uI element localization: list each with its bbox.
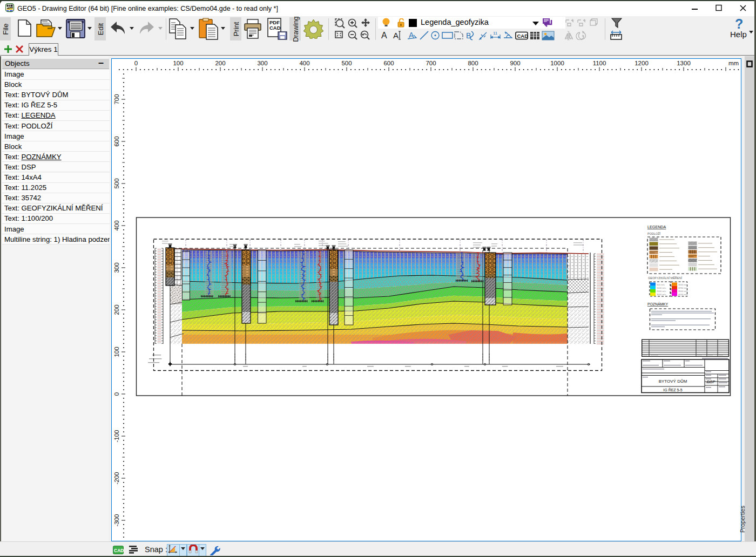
svg-text:3000 m/s: 3000 m/s [678, 283, 687, 286]
svg-text:400: 400 [299, 60, 309, 66]
svg-text:4000 m/s: 4000 m/s [678, 293, 687, 296]
svg-text:500: 500 [113, 178, 120, 188]
svg-text:CAD: CAD [517, 33, 529, 39]
svg-text:100: 100 [113, 347, 120, 357]
svg-text:600: 600 [113, 136, 120, 146]
svg-text:800: 800 [468, 60, 478, 66]
svg-text:700: 700 [113, 94, 120, 104]
svg-text:-100: -100 [113, 430, 120, 442]
svg-text:200: 200 [113, 304, 120, 315]
svg-text:100: 100 [173, 60, 183, 66]
svg-text:PODLOŽÍ: PODLOŽÍ [647, 232, 661, 235]
svg-text:BYTOVÝ DŮM: BYTOVÝ DŮM [659, 379, 687, 384]
svg-text:IG ŘEZ 5-5: IG ŘEZ 5-5 [663, 388, 683, 392]
svg-text:A: A [393, 31, 399, 40]
svg-text:2000 m/s: 2000 m/s [657, 290, 666, 293]
svg-text:CAD: CAD [269, 25, 281, 31]
svg-text:-300: -300 [113, 514, 120, 526]
svg-text:600: 600 [383, 60, 394, 66]
svg-text:300: 300 [257, 60, 267, 66]
svg-text:A: A [381, 31, 387, 40]
svg-text:0: 0 [113, 392, 120, 396]
svg-text:700: 700 [426, 60, 436, 66]
svg-text:500: 500 [341, 60, 352, 66]
svg-text:LEGENDA: LEGENDA [647, 225, 666, 229]
svg-text:POZNÁMKY: POZNÁMKY [647, 302, 669, 306]
svg-text:11: 11 [493, 31, 498, 36]
svg-text:CAD: CAD [114, 548, 124, 553]
svg-text:200: 200 [215, 60, 225, 66]
svg-text:DSP: DSP [707, 379, 715, 384]
svg-text:1000 m/s: 1000 m/s [657, 287, 666, 289]
svg-text:GEOFYZIKÁLNÍ MĚŘENÍ: GEOFYZIKÁLNÍ MĚŘENÍ [648, 276, 682, 280]
svg-text:400: 400 [113, 220, 120, 230]
svg-text:mm: mm [728, 60, 739, 66]
svg-text:300: 300 [113, 262, 120, 273]
svg-text:1100: 1100 [593, 60, 606, 66]
svg-text:0: 0 [134, 60, 138, 66]
svg-text:1300: 1300 [677, 60, 691, 66]
svg-text:900: 900 [510, 60, 520, 66]
svg-text:-200: -200 [113, 472, 120, 484]
svg-text:1200: 1200 [634, 60, 649, 66]
svg-text:3000 m/s: 3000 m/s [657, 293, 666, 296]
svg-text:3250 m/s: 3250 m/s [678, 287, 687, 289]
svg-text:500 m/s: 500 m/s [657, 283, 665, 286]
svg-text:3500 m/s: 3500 m/s [678, 290, 687, 293]
svg-text:1000: 1000 [550, 60, 564, 66]
